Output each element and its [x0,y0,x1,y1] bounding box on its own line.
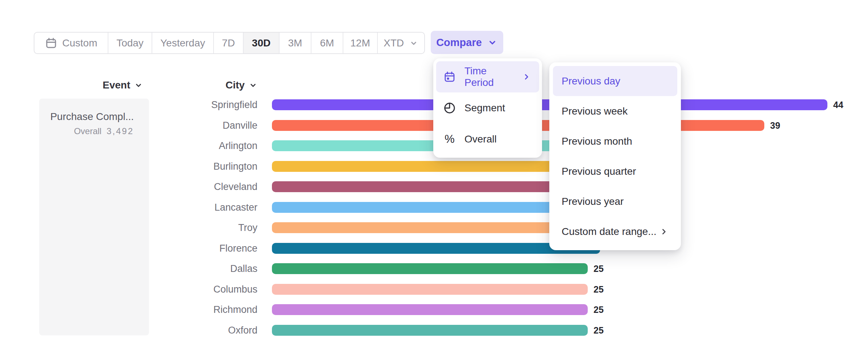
menu-item-label: Time Period [464,65,504,88]
city-label: Cleveland [145,181,257,192]
calendar-icon [45,37,57,49]
menu-item-label: Previous day [562,75,620,87]
city-column-header[interactable]: City [226,79,258,91]
chevron-right-icon [522,72,531,82]
date-range-label: 3M [288,37,302,49]
chart-row-richmond: Richmond25 [0,304,868,315]
chart-row-columbus: Columbus25 [0,284,868,295]
menu-item-segment[interactable]: Segment [436,92,539,124]
calendar-icon [443,71,456,83]
chart-row-cleveland: Cleveland [0,181,868,192]
menu-item-time-period[interactable]: Time Period [436,61,539,92]
time-period-submenu: Previous dayPrevious weekPrevious monthP… [549,62,681,250]
menu-item-label: Previous week [562,106,628,117]
city-label: Florence [145,243,257,254]
city-label: Lancaster [145,202,257,213]
bar-value-label: 25 [594,304,604,315]
menu-item-previous-week[interactable]: Previous week [553,96,677,126]
date-range-label: XTD [384,37,404,49]
menu-item-previous-month[interactable]: Previous month [553,126,677,156]
menu-item-previous-quarter[interactable]: Previous quarter [553,156,677,186]
city-header-label: City [226,79,245,91]
city-label: Oxford [145,325,257,336]
bar-richmond[interactable] [272,304,588,315]
menu-item-label: Custom date range... [562,226,656,237]
date-range-label: Today [116,37,144,49]
bar-value-label: 25 [594,325,604,336]
bar-dallas[interactable] [272,263,588,274]
city-label: Burlington [145,161,257,172]
date-range-button-12m[interactable]: 12M [343,33,378,53]
menu-item-label: Previous quarter [562,166,636,177]
chart-row-lancaster: Lancaster [0,202,868,213]
bar-value-label: 44 [833,99,843,110]
date-range-button-xtd[interactable]: XTD [378,33,424,53]
menu-item-label: Previous year [562,196,624,207]
chevron-down-icon [248,80,258,90]
menu-item-custom-date-range[interactable]: Custom date range... [553,216,677,247]
menu-item-label: Previous month [562,136,632,147]
compare-dropdown-menu: Time PeriodSegment%Overall [433,58,542,158]
percent-icon: % [443,133,456,146]
chart-row-oxford: Oxford25 [0,325,868,336]
date-range-label: 12M [350,37,370,49]
date-range-label: 7D [222,37,235,49]
chevron-down-icon [134,80,143,90]
date-range-button-custom[interactable]: Custom [34,33,108,53]
chart-row-dallas: Dallas25 [0,263,868,274]
date-range-button-7d[interactable]: 7D [214,33,244,53]
date-range-button-3m[interactable]: 3M [280,33,311,53]
city-label: Columbus [145,284,257,295]
chevron-down-icon [487,37,498,48]
bar-value-label: 25 [594,284,604,295]
city-label: Troy [145,222,257,233]
city-label: Dallas [145,263,257,274]
event-card[interactable]: Purchase Compl... Overall3,492 [39,99,149,335]
chart-row-florence: Florence [0,243,868,254]
event-header-label: Event [103,79,130,91]
date-range-button-today[interactable]: Today [108,33,152,53]
date-range-label: Yesterday [160,37,205,49]
bar-value-label: 25 [594,263,604,274]
chart-row-troy: Troy [0,222,868,233]
city-label: Springfield [145,99,257,110]
menu-item-overall[interactable]: %Overall [436,124,539,155]
date-range-label: Custom [62,37,97,49]
event-column-header[interactable]: Event [103,79,143,91]
menu-item-label: Overall [464,133,497,145]
date-range-button-30d[interactable]: 30D [244,33,280,53]
date-range-label: 6M [320,37,334,49]
date-range-button-6m[interactable]: 6M [311,33,343,53]
menu-item-label: Segment [464,102,505,114]
date-range-button-yesterday[interactable]: Yesterday [152,33,214,53]
compare-button[interactable]: Compare [431,31,503,54]
date-range-toolbar: CustomTodayYesterday7D30D3M6M12MXTD [34,32,425,54]
bar-columbus[interactable] [272,284,588,295]
chart-row-burlington: Burlington [0,161,868,172]
menu-item-previous-year[interactable]: Previous year [553,186,677,216]
segment-icon [443,102,456,114]
bar-oxford[interactable] [272,325,588,336]
chevron-right-icon [659,227,669,236]
city-label: Danville [145,120,257,131]
compare-button-label: Compare [436,37,482,49]
bar-value-label: 39 [770,120,780,131]
city-label: Arlington [145,140,257,151]
chevron-down-icon [409,38,418,48]
analytics-app: CustomTodayYesterday7D30D3M6M12MXTD Comp… [0,0,868,364]
menu-item-previous-day[interactable]: Previous day [553,66,677,96]
city-label: Richmond [145,304,257,315]
date-range-label: 30D [252,37,270,49]
